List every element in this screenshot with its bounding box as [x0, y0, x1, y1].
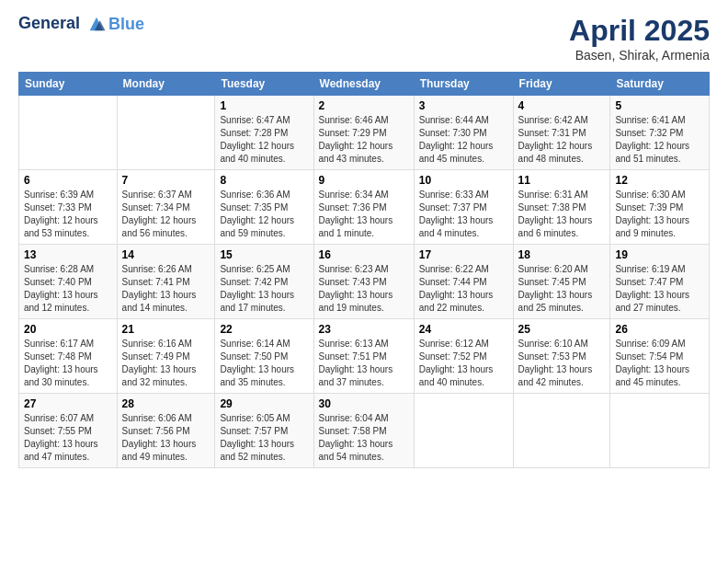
day-number: 26 — [615, 323, 704, 336]
day-info: Sunrise: 6:04 AM Sunset: 7:58 PM Dayligh… — [319, 412, 409, 464]
day-number: 1 — [220, 99, 308, 112]
calendar-cell: 7Sunrise: 6:37 AM Sunset: 7:34 PM Daylig… — [117, 170, 215, 245]
logo-text: General — [18, 14, 107, 34]
calendar-cell: 5Sunrise: 6:41 AM Sunset: 7:32 PM Daylig… — [610, 96, 710, 170]
day-number: 13 — [24, 248, 112, 261]
day-number: 3 — [419, 99, 508, 112]
calendar-cell: 9Sunrise: 6:34 AM Sunset: 7:36 PM Daylig… — [313, 170, 414, 245]
day-number: 22 — [220, 323, 308, 336]
calendar-cell: 22Sunrise: 6:14 AM Sunset: 7:50 PM Dayli… — [215, 319, 313, 394]
day-number: 4 — [518, 99, 606, 112]
day-number: 20 — [24, 323, 112, 336]
calendar-cell: 11Sunrise: 6:31 AM Sunset: 7:38 PM Dayli… — [513, 170, 610, 245]
col-wednesday: Wednesday — [313, 73, 414, 96]
calendar-cell: 18Sunrise: 6:20 AM Sunset: 7:45 PM Dayli… — [513, 245, 610, 319]
calendar-cell: 21Sunrise: 6:16 AM Sunset: 7:49 PM Dayli… — [117, 319, 215, 394]
day-number: 9 — [319, 174, 409, 187]
day-info: Sunrise: 6:42 AM Sunset: 7:31 PM Dayligh… — [518, 114, 606, 166]
day-info: Sunrise: 6:13 AM Sunset: 7:51 PM Dayligh… — [319, 338, 409, 389]
col-friday: Friday — [513, 73, 610, 96]
col-tuesday: Tuesday — [215, 73, 313, 96]
day-info: Sunrise: 6:47 AM Sunset: 7:28 PM Dayligh… — [220, 114, 308, 166]
calendar-cell: 16Sunrise: 6:23 AM Sunset: 7:43 PM Dayli… — [313, 245, 414, 319]
day-info: Sunrise: 6:28 AM Sunset: 7:40 PM Dayligh… — [24, 263, 112, 315]
col-thursday: Thursday — [414, 73, 513, 96]
day-number: 14 — [122, 248, 210, 261]
calendar-cell: 30Sunrise: 6:04 AM Sunset: 7:58 PM Dayli… — [313, 394, 414, 468]
day-number: 18 — [518, 248, 606, 261]
day-number: 21 — [122, 323, 210, 336]
calendar-header-row: Sunday Monday Tuesday Wednesday Thursday… — [19, 73, 710, 96]
day-number: 23 — [319, 323, 409, 336]
day-number: 11 — [518, 174, 606, 187]
day-info: Sunrise: 6:41 AM Sunset: 7:32 PM Dayligh… — [615, 114, 704, 166]
day-number: 29 — [220, 397, 308, 410]
calendar-cell — [513, 394, 610, 468]
col-sunday: Sunday — [19, 73, 118, 96]
day-number: 24 — [419, 323, 508, 336]
day-number: 6 — [24, 174, 112, 187]
day-info: Sunrise: 6:25 AM Sunset: 7:42 PM Dayligh… — [220, 263, 308, 315]
calendar-cell — [19, 96, 118, 170]
day-info: Sunrise: 6:30 AM Sunset: 7:39 PM Dayligh… — [615, 189, 704, 240]
calendar-table: Sunday Monday Tuesday Wednesday Thursday… — [18, 72, 710, 468]
day-number: 8 — [220, 174, 308, 187]
calendar-cell: 17Sunrise: 6:22 AM Sunset: 7:44 PM Dayli… — [414, 245, 513, 319]
calendar-cell: 3Sunrise: 6:44 AM Sunset: 7:30 PM Daylig… — [414, 96, 513, 170]
day-number: 16 — [319, 248, 409, 261]
day-number: 28 — [122, 397, 210, 410]
day-number: 5 — [615, 99, 704, 112]
day-info: Sunrise: 6:33 AM Sunset: 7:37 PM Dayligh… — [419, 189, 508, 240]
calendar-week-row-4: 20Sunrise: 6:17 AM Sunset: 7:48 PM Dayli… — [19, 319, 710, 394]
calendar-cell: 13Sunrise: 6:28 AM Sunset: 7:40 PM Dayli… — [19, 245, 118, 319]
day-number: 30 — [319, 397, 409, 410]
day-info: Sunrise: 6:16 AM Sunset: 7:49 PM Dayligh… — [122, 338, 210, 389]
calendar-cell: 8Sunrise: 6:36 AM Sunset: 7:35 PM Daylig… — [215, 170, 313, 245]
day-info: Sunrise: 6:05 AM Sunset: 7:57 PM Dayligh… — [220, 412, 308, 464]
header: General Blue April 2025 Basen, Shirak, A… — [18, 14, 710, 63]
calendar-cell — [610, 394, 710, 468]
day-info: Sunrise: 6:10 AM Sunset: 7:53 PM Dayligh… — [518, 338, 606, 389]
title-block: April 2025 Basen, Shirak, Armenia — [569, 14, 710, 63]
calendar-cell: 12Sunrise: 6:30 AM Sunset: 7:39 PM Dayli… — [610, 170, 710, 245]
calendar-week-row-2: 6Sunrise: 6:39 AM Sunset: 7:33 PM Daylig… — [19, 170, 710, 245]
logo-icon — [86, 14, 107, 34]
day-info: Sunrise: 6:19 AM Sunset: 7:47 PM Dayligh… — [615, 263, 704, 315]
day-info: Sunrise: 6:39 AM Sunset: 7:33 PM Dayligh… — [24, 189, 112, 240]
calendar-week-row-1: 1Sunrise: 6:47 AM Sunset: 7:28 PM Daylig… — [19, 96, 710, 170]
calendar-cell: 6Sunrise: 6:39 AM Sunset: 7:33 PM Daylig… — [19, 170, 118, 245]
day-info: Sunrise: 6:20 AM Sunset: 7:45 PM Dayligh… — [518, 263, 606, 315]
day-number: 17 — [419, 248, 508, 261]
calendar-cell: 20Sunrise: 6:17 AM Sunset: 7:48 PM Dayli… — [19, 319, 118, 394]
day-number: 7 — [122, 174, 210, 187]
calendar-cell: 14Sunrise: 6:26 AM Sunset: 7:41 PM Dayli… — [117, 245, 215, 319]
day-info: Sunrise: 6:46 AM Sunset: 7:29 PM Dayligh… — [319, 114, 409, 166]
calendar-cell — [414, 394, 513, 468]
subtitle: Basen, Shirak, Armenia — [569, 48, 710, 63]
calendar-cell: 25Sunrise: 6:10 AM Sunset: 7:53 PM Dayli… — [513, 319, 610, 394]
day-info: Sunrise: 6:17 AM Sunset: 7:48 PM Dayligh… — [24, 338, 112, 389]
day-info: Sunrise: 6:26 AM Sunset: 7:41 PM Dayligh… — [122, 263, 210, 315]
calendar-cell: 27Sunrise: 6:07 AM Sunset: 7:55 PM Dayli… — [19, 394, 118, 468]
page: General Blue April 2025 Basen, Shirak, A… — [0, 0, 728, 563]
calendar-cell: 19Sunrise: 6:19 AM Sunset: 7:47 PM Dayli… — [610, 245, 710, 319]
day-number: 2 — [319, 99, 409, 112]
day-info: Sunrise: 6:37 AM Sunset: 7:34 PM Dayligh… — [122, 189, 210, 240]
calendar-cell: 23Sunrise: 6:13 AM Sunset: 7:51 PM Dayli… — [313, 319, 414, 394]
col-monday: Monday — [117, 73, 215, 96]
calendar-cell: 28Sunrise: 6:06 AM Sunset: 7:56 PM Dayli… — [117, 394, 215, 468]
calendar-cell: 15Sunrise: 6:25 AM Sunset: 7:42 PM Dayli… — [215, 245, 313, 319]
day-number: 19 — [615, 248, 704, 261]
day-number: 15 — [220, 248, 308, 261]
logo: General Blue — [18, 14, 144, 34]
day-info: Sunrise: 6:44 AM Sunset: 7:30 PM Dayligh… — [419, 114, 508, 166]
day-info: Sunrise: 6:14 AM Sunset: 7:50 PM Dayligh… — [220, 338, 308, 389]
calendar-cell: 4Sunrise: 6:42 AM Sunset: 7:31 PM Daylig… — [513, 96, 610, 170]
calendar-cell: 24Sunrise: 6:12 AM Sunset: 7:52 PM Dayli… — [414, 319, 513, 394]
day-number: 27 — [24, 397, 112, 410]
main-title: April 2025 — [569, 14, 710, 48]
calendar-cell — [117, 96, 215, 170]
day-info: Sunrise: 6:07 AM Sunset: 7:55 PM Dayligh… — [24, 412, 112, 464]
calendar-cell: 2Sunrise: 6:46 AM Sunset: 7:29 PM Daylig… — [313, 96, 414, 170]
col-saturday: Saturday — [610, 73, 710, 96]
